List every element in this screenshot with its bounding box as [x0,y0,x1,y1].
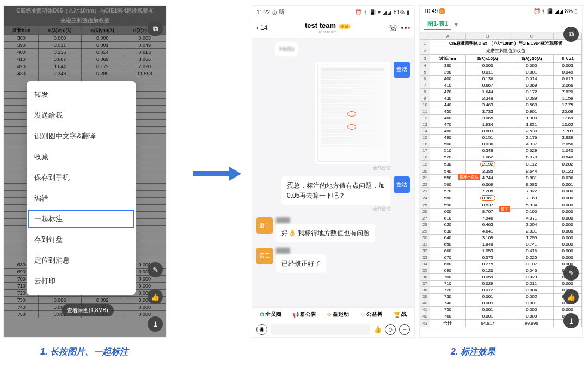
cell[interactable]: 640 [430,235,466,241]
tool-battle[interactable]: 🏆战 [394,310,407,318]
cell[interactable]: 670 [430,254,466,261]
cell[interactable]: 5.100 [510,209,554,215]
view-original-button[interactable]: 查看原图(1.8MB) [62,304,114,316]
cell[interactable]: 7.285 [465,188,510,194]
cell[interactable]: 6.463 [465,222,510,228]
cell[interactable]: 0.000 [554,248,582,254]
cell[interactable]: 0.120 [465,267,510,274]
text-message[interactable]: 蛋总，标注的地方值有点问题，加0.05再去算一下吧？ [281,176,390,205]
cell[interactable]: 0.613 [554,76,582,82]
more-icon[interactable] [401,27,410,29]
chat-input[interactable] [271,324,370,335]
cell[interactable]: 6.870 [510,154,554,161]
call-icon[interactable]: ☏ [388,23,398,32]
cell[interactable]: 0.004 [510,287,554,294]
cell[interactable]: 1.644 [465,89,510,95]
cell[interactable]: 0.000 [554,215,582,222]
cell[interactable]: 0.803 [465,128,510,135]
cell[interactable]: 3.004 [510,222,554,228]
cell[interactable]: 1.934 [465,121,510,128]
cell[interactable]: 8.361 [465,194,510,202]
cell[interactable]: 0.289 [510,95,554,102]
reply-message-1[interactable]: 好👌 我标得地方数值也有问题 [276,224,375,242]
tool-announce[interactable]: 📢群公告 [292,310,316,318]
fab-edit-icon-3[interactable]: ✎ [564,265,579,281]
cell[interactable]: 2.348 [465,95,510,102]
cell[interactable]: 430 [430,95,466,102]
cell[interactable]: 500 [430,141,466,148]
fab-download-icon-3[interactable]: ⤓ [564,313,579,328]
cell[interactable]: 390 [430,69,466,76]
cell[interactable]: 470 [430,121,466,128]
cell[interactable]: 0.029 [465,281,510,287]
cell[interactable]: 490 [430,135,466,141]
cell[interactable]: 0.003 [554,63,582,69]
cell[interactable]: 3.733 [465,108,510,115]
cell[interactable]: 0.000 [554,194,582,202]
menu-item-5[interactable]: 编辑 [27,188,136,209]
cell[interactable]: 560 [430,181,466,188]
cell[interactable]: 3.109 [465,235,510,241]
dropdown-icon[interactable]: ▾ [455,21,458,28]
cell[interactable]: 0.000 [554,241,582,248]
cell[interactable]: 1.295 [510,235,554,241]
cell[interactable]: 450 [430,108,466,115]
cell[interactable]: 7.703 [554,128,582,135]
cell[interactable]: 0.000 [510,313,554,320]
cell[interactable]: 0.001 [465,307,510,313]
cell[interactable]: 520 [430,154,466,161]
cell[interactable]: 0.123 [554,168,582,175]
cell[interactable]: 630 [430,228,466,235]
cell[interactable]: 0.002 [510,294,554,300]
cell[interactable]: 0.000 [554,307,582,313]
cell[interactable]: 0.282 [554,161,582,168]
cell[interactable]: 5.934 [510,202,554,209]
cell[interactable]: 0.000 [554,209,582,215]
cell[interactable]: 合计 [430,320,466,327]
cell[interactable]: 680 [430,261,466,267]
cell[interactable]: 0.001 [510,300,554,307]
cell[interactable]: 0.046 [510,267,554,274]
cell[interactable]: 0.548 [554,154,582,161]
reply-message-2[interactable]: 已经修正好了 [276,254,326,273]
cell[interactable]: 740 [430,300,466,307]
cell[interactable]: 1.053 [465,248,510,254]
cell[interactable]: 460 [430,115,466,121]
cell[interactable]: 380 [430,63,466,69]
menu-item-4[interactable]: 保存到手机 [27,167,136,188]
cell[interactable]: 0.012 [465,287,510,294]
cell[interactable]: 440 [430,102,466,108]
plus-icon[interactable]: ＋ [399,324,410,335]
cell[interactable]: 7.946 [465,215,510,222]
cell[interactable]: 1.848 [465,241,510,248]
cell[interactable]: 3.065 [465,115,510,121]
cell[interactable]: 760 [430,313,466,320]
cell[interactable]: 590 [430,202,466,209]
cell[interactable]: 720 [430,287,466,294]
cell[interactable]: 0.023 [510,274,554,281]
cell[interactable]: 0.741 [510,241,554,248]
cell[interactable]: 750 [430,307,466,313]
cell[interactable]: 1.062 [465,154,510,161]
cell[interactable]: 510 [430,148,466,154]
cell[interactable]: 480 [430,128,466,135]
cell[interactable]: 0.000 [554,254,582,261]
fab-edit-icon[interactable]: ✎ [148,262,163,277]
cell[interactable]: 0.416 [510,248,554,254]
cell[interactable]: 0.000 [554,228,582,235]
avatar-self-2[interactable]: 童话 [394,176,410,193]
cell[interactable]: 610 [430,215,466,222]
cell[interactable]: 7.820 [554,89,582,95]
cell[interactable]: 400 [430,76,466,82]
menu-item-6[interactable]: 一起标注 [27,209,136,229]
cell[interactable]: 690 [430,267,466,274]
cell[interactable]: 0.560 [510,102,554,108]
cell[interactable]: 0.348 [465,148,510,154]
cell[interactable]: 3.176 [510,135,554,141]
cell[interactable]: 1.831 [510,121,554,128]
cell[interactable]: 0.901 [510,108,554,115]
cell[interactable]: 94.817 [465,320,510,327]
cell[interactable]: 7.922 [510,188,554,194]
cell[interactable]: 8.583 [510,181,554,188]
message-list[interactable]: Hello for(let i=0;i<28;i++)document.writ… [252,38,414,277]
